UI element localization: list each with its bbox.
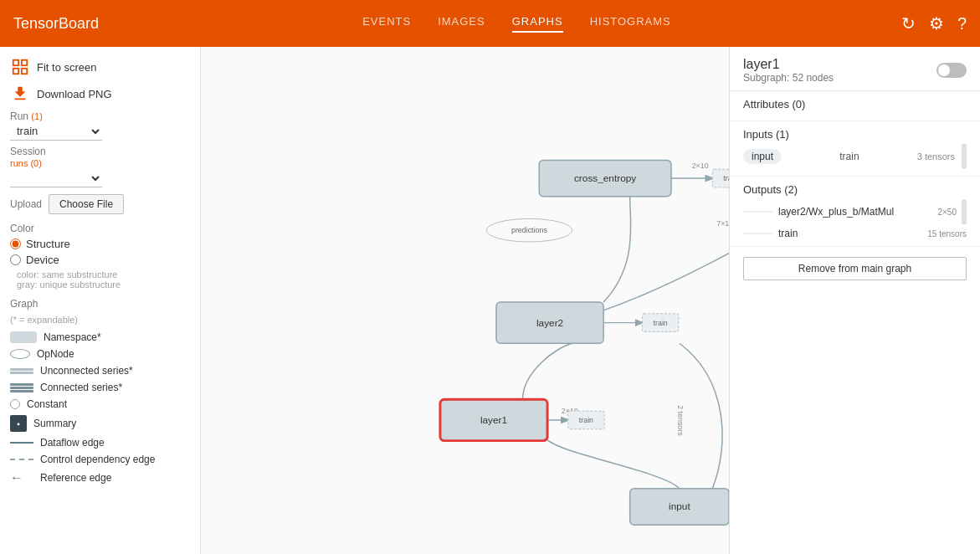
legend-unconnected-label: Unconnected series* (40, 365, 133, 377)
color-device-radio[interactable] (10, 254, 21, 265)
edge-layer2-accuracy (603, 197, 729, 310)
legend-reference: ← Reference edge (10, 470, 190, 485)
legend-dataflow: Dataflow edge (10, 437, 190, 449)
session-row: Session runs (0) (10, 146, 190, 187)
outputs-scrollbar[interactable] (962, 199, 967, 224)
color-hint-gray: gray: unique substructure (17, 280, 190, 290)
panel-title: layer1 (743, 57, 834, 72)
color-hint-color: color: same substructure (17, 269, 190, 280)
panel-header: layer1 Subgraph: 52 nodes (730, 47, 980, 91)
refresh-icon[interactable]: ↻ (901, 13, 916, 33)
sidebar: Fit to screen Download PNG Run (1) train (0, 47, 201, 554)
color-structure-row: Structure (10, 238, 190, 250)
edge-layer2-crossentropy (603, 197, 631, 302)
legend-connected-label: Connected series* (40, 382, 122, 393)
reference-shape: ← (10, 470, 33, 485)
node-input-label: input (669, 500, 690, 512)
outputs-section: Outputs (2) layer2/Wx_plus_b/MatMul 2×50… (730, 177, 980, 247)
edge-label-7x10: 7×10 (716, 219, 729, 228)
output-name-0: layer2/Wx_plus_b/MatMul (778, 206, 932, 218)
legend-dataflow-label: Dataflow edge (40, 437, 105, 449)
session-select[interactable] (10, 169, 102, 187)
color-structure-radio[interactable] (10, 239, 21, 249)
opnode-shape (10, 349, 30, 359)
svg-rect-1 (22, 60, 27, 65)
remove-from-graph-button[interactable]: Remove from main graph (743, 257, 967, 280)
edge-label-2tensors: 2 tensors (676, 405, 685, 436)
legend-control: Control dependency edge (10, 454, 190, 465)
output-dim-0: 2×50 (937, 208, 957, 217)
session-runs-label: runs (0) (10, 158, 42, 168)
graph-label: Graph (10, 298, 190, 310)
fit-to-screen-label: Fit to screen (37, 61, 97, 74)
nav-events[interactable]: EVENTS (362, 15, 411, 33)
fit-to-screen-action[interactable]: Fit to screen (10, 57, 190, 77)
color-section: Color Structure Device color: same subst… (10, 223, 190, 290)
nav-images[interactable]: IMAGES (438, 15, 485, 33)
upload-label: Upload (10, 198, 42, 210)
svg-rect-0 (13, 60, 18, 65)
download-png-action[interactable]: Download PNG (10, 84, 190, 104)
input-tensors: 3 tensors (917, 151, 955, 162)
color-device-row: Device (10, 254, 190, 266)
edge-input-layer2-long (680, 343, 722, 489)
constant-shape (10, 399, 20, 409)
input-row: input train 3 tensors (743, 144, 967, 169)
attributes-title: Attributes (0) (743, 98, 967, 110)
node-layer1-label: layer1 (480, 414, 507, 426)
graph-svg: 2×10 2×10 2 tensors cross_entropy accura… (201, 47, 729, 554)
namespace-shape (10, 331, 37, 343)
legend-namespace: Namespace* (10, 331, 190, 343)
header-icons: ↻ ⚙ ? (901, 13, 967, 33)
inputs-section: Inputs (1) input train 3 tensors (730, 121, 980, 177)
header: TensorBoard EVENTS IMAGES GRAPHS HISTOGR… (0, 0, 980, 47)
legend-control-label: Control dependency edge (40, 454, 155, 465)
node-layer2-label: layer2 (536, 317, 563, 329)
attributes-section: Attributes (0) (730, 91, 980, 121)
output-row-1: train 15 tensors (743, 228, 967, 239)
svg-rect-3 (22, 69, 27, 74)
color-label: Color (10, 223, 190, 234)
input-target: train (788, 151, 911, 162)
summary-shape: ▪ (10, 415, 27, 432)
info-panel: layer1 Subgraph: 52 nodes Attributes (0)… (729, 47, 980, 554)
graph-area[interactable]: 2×10 2×10 2 tensors cross_entropy accura… (201, 47, 729, 554)
legend-opnode-label: OpNode (37, 348, 74, 360)
fit-screen-icon (10, 57, 30, 77)
svg-rect-2 (13, 69, 18, 74)
run-select[interactable]: train (10, 122, 102, 141)
color-device-label: Device (26, 254, 59, 266)
nav-histograms[interactable]: HISTOGRAMS (590, 15, 671, 33)
output-chip-1 (743, 233, 773, 234)
session-label: Session runs (0) (10, 146, 102, 169)
run-label: Run (1) (10, 110, 102, 122)
app-logo: TensorBoard (13, 15, 99, 33)
output-name-1: train (778, 228, 922, 239)
train-label-3: train (579, 416, 593, 424)
input-chip: input (743, 149, 782, 164)
nav-graphs[interactable]: GRAPHS (512, 15, 563, 33)
legend-namespace-label: Namespace* (44, 331, 101, 343)
run-count: (1) (31, 111, 42, 121)
help-icon[interactable]: ? (957, 14, 967, 33)
choose-file-button[interactable]: Choose File (49, 194, 124, 214)
legend-constant-label: Constant (27, 398, 67, 410)
node-cross-entropy-label: cross_entropy (574, 172, 636, 184)
panel-subtitle: Subgraph: 52 nodes (743, 72, 834, 84)
dataflow-shape (10, 442, 33, 444)
edge-label-2x10-top: 2×10 (692, 162, 709, 170)
connected-shape (10, 383, 33, 392)
panel-toggle[interactable] (936, 63, 967, 78)
graph-legend-section: Graph (* = expandable) Namespace* OpNode… (10, 298, 190, 485)
inputs-scrollbar[interactable] (962, 144, 967, 169)
legend-opnode: OpNode (10, 348, 190, 360)
edge-layer1-layer2 (523, 343, 572, 399)
inputs-title: Inputs (1) (743, 128, 967, 141)
upload-row: Upload Choose File (10, 194, 190, 214)
settings-icon[interactable]: ⚙ (929, 13, 944, 33)
train-label-2: train (654, 319, 668, 327)
download-icon (10, 84, 30, 104)
expandable-hint: (* = expandable) (10, 315, 190, 325)
main-nav: EVENTS IMAGES GRAPHS HISTOGRAMS (132, 15, 901, 33)
legend-constant: Constant (10, 398, 190, 410)
